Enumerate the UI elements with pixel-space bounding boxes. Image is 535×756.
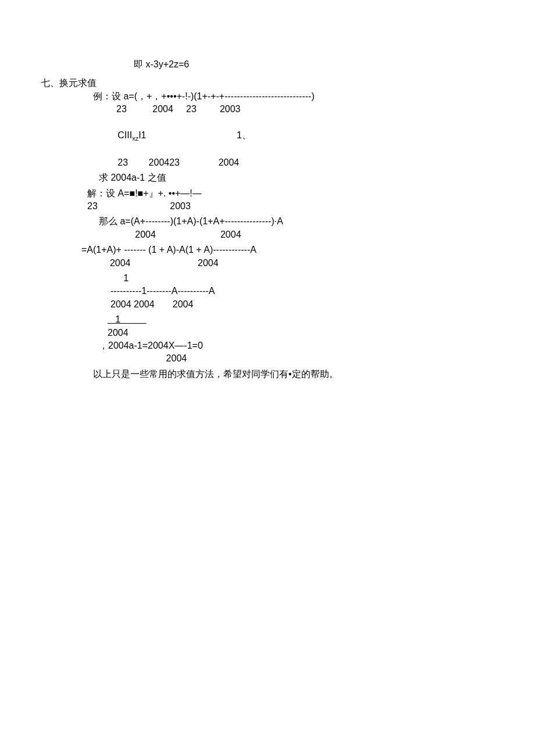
subscript: xz [132, 135, 138, 142]
fraction-denominator-2: 2004 [108, 327, 494, 339]
solution-line-3: 那么 a=(A+--------)(1+A)-(1+A+------------… [99, 215, 494, 228]
document-page: 即 x-3y+2z=6 七、换元求值 例：设 a=(，+，+•••+-!-)(1… [0, 0, 535, 381]
section-heading: 七、换元求值 [41, 77, 494, 89]
fragment: CIII [115, 130, 132, 140]
solution-line-5: =A(1+A)+ ------- (1 + A)-A(1 + A)-------… [81, 243, 494, 256]
closing-remark: 以上只是一些常用的求值方法，希望对同学们有•定的帮助。 [93, 368, 494, 381]
example-line-4: 23 200423 2004 [105, 156, 494, 169]
solution-line-1: 解：设 A=■!■+』+. ••+—!— [87, 187, 494, 200]
solution-line-6: 2004 2004 [81, 257, 494, 270]
fraction-line-1: ----------1--------A----------A [110, 285, 494, 298]
conclusion-line-1: ，2004a-1=2004X—-1=0 [99, 339, 494, 352]
fraction-denominator-1: 2004 2004 2004 [110, 298, 494, 311]
solution-line-4: 2004 2004 [99, 228, 494, 241]
conclusion-line-2: 2004 [99, 352, 494, 365]
example-line-2: 23 2004 23 2003 [93, 103, 494, 116]
problem-statement: 求 2004a-1 之值 [99, 171, 494, 184]
solution-line-2: 23 2003 [87, 200, 494, 213]
fraction-numerator-1: 1 [110, 272, 494, 285]
equation-line: 即 x-3y+2z=6 [134, 58, 494, 71]
example-line-3: CIIIxzI1 1、 [105, 116, 494, 156]
fragment: I1 1、 [138, 130, 251, 140]
example-line-1: 例：设 a=(，+，+•••+-!-)(1+-+-+--------------… [93, 90, 494, 103]
fraction-numerator-2: 1 [108, 313, 494, 326]
